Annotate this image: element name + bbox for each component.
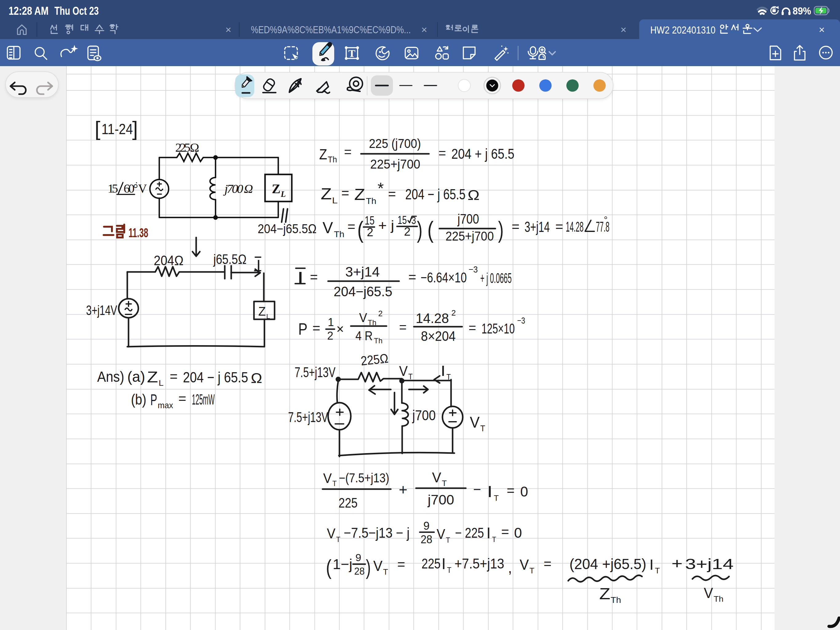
svg-text:T: T bbox=[383, 567, 388, 576]
svg-text:V: V bbox=[373, 558, 382, 574]
svg-text:V: V bbox=[470, 414, 480, 431]
svg-text:1: 1 bbox=[328, 316, 334, 329]
svg-text:T: T bbox=[529, 566, 534, 575]
svg-text:=: = bbox=[313, 321, 321, 336]
svg-text:=: = bbox=[555, 219, 563, 234]
svg-text:−3: −3 bbox=[517, 315, 525, 326]
svg-text:−7.5−j13 − j: −7.5−j13 − j bbox=[344, 525, 409, 541]
svg-text:204Ω: 204Ω bbox=[154, 253, 183, 268]
svg-text:): ) bbox=[498, 217, 504, 243]
svg-text:*: * bbox=[377, 179, 384, 197]
svg-text:Th: Th bbox=[611, 595, 621, 605]
svg-text:I: I bbox=[487, 483, 493, 500]
svg-text:T: T bbox=[655, 566, 660, 575]
svg-text:225: 225 bbox=[422, 556, 441, 571]
svg-text:2: 2 bbox=[404, 225, 411, 238]
svg-text:(: ( bbox=[357, 217, 363, 243]
svg-text:I: I bbox=[649, 557, 654, 573]
svg-text:L: L bbox=[332, 196, 338, 205]
svg-text:): ) bbox=[417, 217, 422, 243]
svg-text:8×204: 8×204 bbox=[421, 329, 456, 343]
svg-text:2: 2 bbox=[452, 308, 456, 317]
svg-text:j700: j700 bbox=[457, 211, 479, 226]
svg-text:=: = bbox=[439, 146, 446, 160]
svg-text:Z: Z bbox=[321, 185, 332, 203]
svg-text:11-24: 11-24 bbox=[101, 121, 133, 137]
svg-text:Th: Th bbox=[374, 337, 382, 345]
svg-text:225Ω: 225Ω bbox=[360, 351, 389, 368]
svg-text:HW2 202401310: HW2 202401310 bbox=[650, 24, 715, 36]
svg-text:T: T bbox=[494, 494, 499, 503]
svg-text:j65.5Ω: j65.5Ω bbox=[213, 252, 246, 267]
svg-text:3: 3 bbox=[411, 215, 416, 226]
svg-text:12:28 AM: 12:28 AM bbox=[9, 5, 49, 17]
svg-text:T: T bbox=[480, 424, 485, 433]
svg-text:(: ( bbox=[326, 556, 332, 579]
svg-text:Z: Z bbox=[354, 185, 365, 203]
svg-text:Th: Th bbox=[366, 196, 376, 206]
svg-text:3+j14: 3+j14 bbox=[524, 219, 550, 235]
svg-text:=: = bbox=[178, 391, 186, 406]
svg-text:9: 9 bbox=[355, 552, 361, 563]
svg-text:V: V bbox=[399, 363, 408, 379]
svg-text:89%: 89% bbox=[793, 5, 811, 17]
svg-text:+ j: + j bbox=[378, 218, 394, 233]
svg-text:2: 2 bbox=[367, 226, 373, 239]
svg-text:L: L bbox=[280, 190, 286, 199]
svg-text:Z: Z bbox=[599, 585, 610, 603]
svg-text:225 (j700): 225 (j700) bbox=[369, 136, 421, 151]
svg-text:Z: Z bbox=[272, 182, 280, 196]
svg-text:9: 9 bbox=[423, 519, 429, 532]
svg-text:[: [ bbox=[95, 117, 100, 140]
svg-text:V: V bbox=[322, 219, 333, 237]
svg-text:Ans): Ans) bbox=[97, 369, 124, 385]
svg-text:28: 28 bbox=[421, 533, 432, 546]
svg-text:j700 Ω: j700 Ω bbox=[223, 182, 253, 196]
svg-text:−(7.5+j13): −(7.5+j13) bbox=[339, 471, 389, 485]
svg-text:,: , bbox=[508, 560, 512, 576]
svg-text:): ) bbox=[366, 556, 371, 579]
svg-text:V: V bbox=[359, 310, 367, 325]
svg-text:204 − j 65.5: 204 − j 65.5 bbox=[405, 186, 466, 203]
svg-text:=: = bbox=[399, 320, 407, 334]
svg-text:P: P bbox=[298, 320, 308, 338]
svg-text:7.5+j13V: 7.5+j13V bbox=[295, 364, 335, 380]
svg-text:+: + bbox=[671, 555, 682, 571]
svg-text:225 Ω: 225 Ω bbox=[175, 140, 199, 154]
svg-text:Z: Z bbox=[258, 304, 266, 318]
svg-text:=: = bbox=[344, 144, 352, 159]
svg-text:125×10: 125×10 bbox=[482, 321, 515, 337]
svg-text:T: T bbox=[446, 536, 450, 544]
svg-text:(204 +j65.5): (204 +j65.5) bbox=[569, 556, 646, 572]
svg-text:T: T bbox=[348, 47, 355, 59]
svg-text:−3: −3 bbox=[469, 264, 478, 274]
svg-text:T: T bbox=[442, 479, 447, 488]
svg-text:max: max bbox=[158, 401, 173, 410]
svg-text:225+j700: 225+j700 bbox=[445, 229, 494, 243]
svg-text:×: × bbox=[621, 24, 626, 35]
svg-text:−: − bbox=[473, 482, 481, 497]
svg-text:(a): (a) bbox=[127, 369, 145, 385]
svg-text:125mW: 125mW bbox=[192, 391, 215, 408]
svg-text:2: 2 bbox=[378, 309, 382, 318]
svg-text:11.38: 11.38 bbox=[128, 225, 148, 240]
svg-text:204−j65.5Ω: 204−j65.5Ω bbox=[257, 222, 317, 236]
svg-text:×: × bbox=[336, 322, 344, 336]
svg-text:2: 2 bbox=[327, 329, 333, 342]
svg-text:−6.64×10: −6.64×10 bbox=[421, 269, 467, 285]
svg-text:=: = bbox=[507, 483, 515, 498]
svg-text:3+j14: 3+j14 bbox=[345, 264, 380, 279]
svg-text:=: = bbox=[469, 321, 476, 335]
svg-text:T: T bbox=[408, 372, 413, 381]
svg-text:+ j 0.0665: + j 0.0665 bbox=[480, 270, 512, 286]
svg-text:T: T bbox=[332, 479, 337, 488]
svg-text:I: I bbox=[297, 268, 304, 287]
svg-text:%ED%9A%8C%EB%A1%9C%EC%9D%...: %ED%9A%8C%EB%A1%9C%EC%9D%... bbox=[251, 24, 411, 35]
svg-text:L: L bbox=[266, 313, 270, 320]
svg-text:14.28: 14.28 bbox=[416, 311, 449, 326]
svg-text:15: 15 bbox=[365, 214, 374, 227]
svg-text:(b): (b) bbox=[131, 391, 146, 408]
svg-text:15: 15 bbox=[398, 214, 407, 226]
svg-text:I: I bbox=[441, 362, 445, 379]
svg-text:3+j14: 3+j14 bbox=[685, 556, 734, 572]
